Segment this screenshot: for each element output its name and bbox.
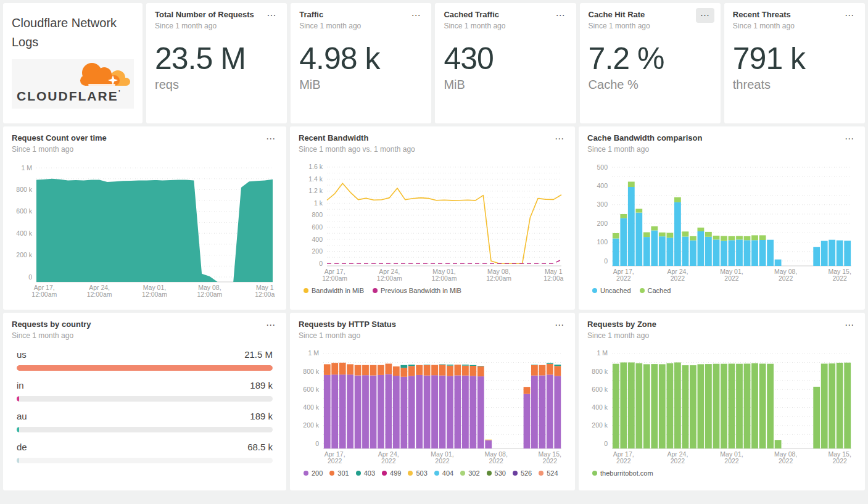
legend-label: Cached bbox=[648, 287, 671, 294]
svg-text:400 k: 400 k bbox=[592, 403, 608, 411]
legend-item[interactable]: 524 bbox=[539, 469, 558, 477]
svg-text:1.4 k: 1.4 k bbox=[308, 175, 323, 183]
dashboard: { "ui": {"menu_icon": "⋯"}, "brand": { "… bbox=[0, 0, 868, 504]
svg-text:1 M: 1 M bbox=[597, 350, 608, 357]
country-bar-fill[interactable] bbox=[17, 365, 273, 371]
country-code: de bbox=[17, 442, 27, 452]
svg-text:100: 100 bbox=[597, 238, 608, 246]
request-count-chart[interactable]: 1 M800 k600 k400 k200 k0Apr 17,12:00amAp… bbox=[12, 157, 278, 300]
legend-item[interactable]: 301 bbox=[329, 469, 349, 477]
svg-text:400: 400 bbox=[597, 182, 608, 189]
svg-text:600 k: 600 k bbox=[303, 386, 319, 393]
svg-text:600 k: 600 k bbox=[592, 386, 608, 393]
svg-text:800 k: 800 k bbox=[16, 186, 32, 193]
legend-label: 200 bbox=[312, 469, 323, 477]
legend-dot bbox=[356, 471, 361, 476]
legend-item[interactable]: 200 bbox=[304, 469, 323, 477]
legend-label: 530 bbox=[495, 469, 506, 477]
legend-item[interactable]: 503 bbox=[408, 469, 427, 477]
svg-text:200: 200 bbox=[312, 247, 323, 255]
svg-text:0: 0 bbox=[604, 257, 608, 265]
stat-value: 791 k bbox=[733, 43, 856, 75]
panel-menu-button[interactable]: ⋯ bbox=[552, 8, 570, 23]
country-value: 189 k bbox=[250, 380, 273, 390]
svg-text:400 k: 400 k bbox=[16, 229, 32, 237]
svg-text:200 k: 200 k bbox=[303, 422, 319, 429]
legend-item[interactable]: 302 bbox=[460, 469, 479, 477]
panel-title: Total Number of Requests bbox=[155, 10, 278, 20]
legend-dot bbox=[592, 471, 597, 476]
panel-menu-button[interactable]: ⋯ bbox=[840, 318, 859, 333]
legend-label: Bandwidth in MiB bbox=[312, 287, 364, 294]
panel-menu-button[interactable]: ⋯ bbox=[696, 8, 714, 23]
panel-menu-button[interactable]: ⋯ bbox=[840, 8, 859, 23]
legend-dot bbox=[304, 288, 308, 293]
legend-label: theburritobot.com bbox=[600, 469, 653, 477]
svg-text:800 k: 800 k bbox=[303, 368, 319, 375]
chart-legend: UncachedCached bbox=[587, 287, 856, 294]
svg-text:2022: 2022 bbox=[833, 457, 848, 465]
panel-subtitle: Since 1 month ago bbox=[12, 145, 278, 154]
legend-dot bbox=[304, 471, 308, 476]
legend-item[interactable]: Cached bbox=[640, 287, 671, 294]
svg-text:0: 0 bbox=[604, 440, 608, 447]
legend-dot bbox=[539, 471, 544, 476]
panel-subtitle: Since 1 month ago bbox=[587, 331, 856, 340]
legend-item[interactable]: Uncached bbox=[592, 287, 631, 294]
svg-text:300: 300 bbox=[597, 201, 608, 209]
panel-menu-button[interactable]: ⋯ bbox=[262, 131, 280, 146]
panel-menu-button[interactable]: ⋯ bbox=[840, 131, 859, 146]
svg-text:12:00am: 12:00am bbox=[31, 291, 57, 298]
panel-title: Cache Hit Rate bbox=[589, 10, 712, 20]
svg-text:2022: 2022 bbox=[724, 275, 739, 282]
legend-label: Uncached bbox=[600, 287, 631, 294]
legend-item[interactable]: 530 bbox=[487, 469, 506, 477]
country-row-header: au189 k bbox=[17, 411, 273, 421]
svg-text:1 k: 1 k bbox=[314, 199, 323, 207]
cache-bandwidth-chart[interactable]: 5004003002001000Apr 17,2022Apr 24,2022Ma… bbox=[587, 157, 856, 284]
zone-chart[interactable]: 1 M800 k600 k400 k200 k0Apr 17,2022Apr 2… bbox=[587, 344, 856, 467]
svg-text:600 k: 600 k bbox=[16, 208, 32, 215]
legend-item[interactable]: 499 bbox=[382, 469, 401, 477]
svg-text:2022: 2022 bbox=[381, 457, 396, 465]
panel-subtitle: Since 1 month ago bbox=[733, 22, 856, 30]
cloudflare-wordmark: CLOUDFLARE’ bbox=[17, 89, 122, 104]
legend-item[interactable]: 403 bbox=[356, 469, 375, 477]
panel-title: Requests by Zone bbox=[587, 320, 856, 329]
svg-text:2022: 2022 bbox=[489, 457, 504, 465]
panel-menu-button[interactable]: ⋯ bbox=[407, 8, 425, 23]
legend-dot bbox=[408, 471, 413, 476]
panel-menu-button[interactable]: ⋯ bbox=[550, 318, 569, 333]
svg-text:2022: 2022 bbox=[779, 275, 793, 282]
panel-menu-button[interactable]: ⋯ bbox=[262, 8, 281, 23]
panel-menu-button[interactable]: ⋯ bbox=[262, 318, 280, 333]
panel-menu-button[interactable]: ⋯ bbox=[550, 131, 569, 146]
svg-text:200 k: 200 k bbox=[592, 422, 608, 429]
country-bar-fill[interactable] bbox=[17, 458, 19, 463]
panel-title: Traffic bbox=[299, 10, 423, 20]
svg-text:12:00am: 12:00am bbox=[486, 275, 511, 282]
http-status-chart[interactable]: 1 M800 k600 k400 k200 k0Apr 17,2022Apr 2… bbox=[299, 344, 566, 467]
recent-bandwidth-chart[interactable]: 1.6 k1.4 k1.2 k1 k8006004002000Apr 17,12… bbox=[299, 157, 566, 284]
stat-unit: Cache % bbox=[589, 78, 712, 92]
panel-recent-threats: Recent Threats Since 1 month ago ⋯ 791 k… bbox=[724, 3, 865, 123]
legend-label: 302 bbox=[468, 469, 479, 477]
svg-text:2022: 2022 bbox=[328, 457, 342, 465]
svg-text:1.2 k: 1.2 k bbox=[308, 188, 323, 195]
panel-cached-traffic: Cached Traffic Since 1 month ago ⋯ 430 M… bbox=[435, 3, 576, 123]
legend-item[interactable]: 526 bbox=[513, 469, 532, 477]
legend-item[interactable]: 404 bbox=[434, 469, 453, 477]
panel-requests-by-zone: Requests by Zone Since 1 month ago ⋯ 1 M… bbox=[579, 313, 865, 490]
country-bar-fill[interactable] bbox=[17, 396, 19, 402]
legend-item[interactable]: Previous Bandwidth in MiB bbox=[373, 287, 461, 294]
panel-subtitle: Since 1 month ago vs. 1 month ago bbox=[299, 145, 566, 154]
svg-text:2022: 2022 bbox=[616, 457, 631, 465]
svg-text:12:00a: 12:00a bbox=[544, 275, 563, 282]
country-bar-fill[interactable] bbox=[17, 427, 19, 432]
stat-value: 7.2 % bbox=[589, 43, 712, 75]
svg-text:1 M: 1 M bbox=[308, 350, 319, 357]
svg-text:2022: 2022 bbox=[671, 457, 685, 465]
legend-item[interactable]: Bandwidth in MiB bbox=[304, 287, 364, 294]
legend-item[interactable]: theburritobot.com bbox=[592, 469, 653, 477]
svg-text:500: 500 bbox=[597, 163, 608, 171]
